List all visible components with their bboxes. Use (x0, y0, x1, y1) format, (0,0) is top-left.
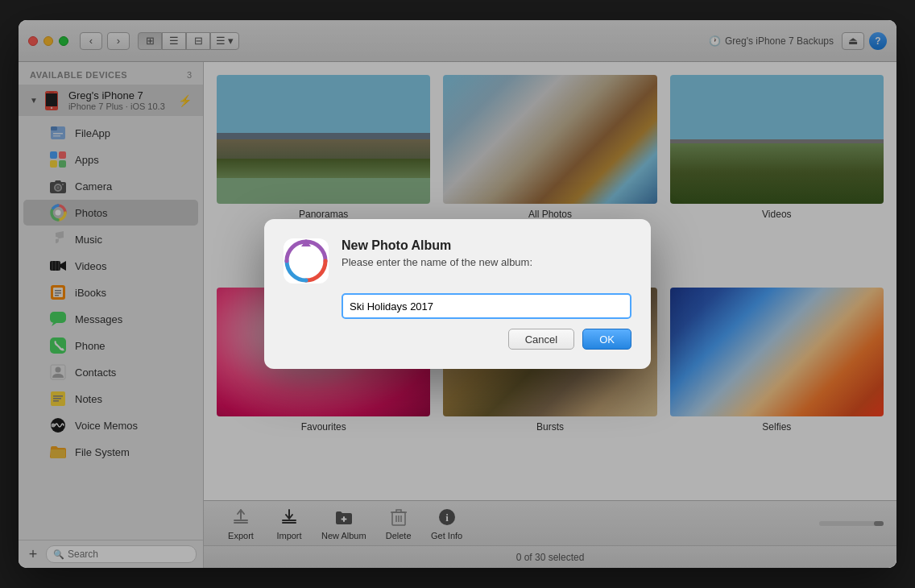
modal-text: New Photo Album Please enter the name of… (342, 238, 631, 268)
modal-input-container (342, 293, 631, 319)
main-window: ‹ › ⊞ ☰ ⊟ ☰ ▾ 🕐 Greg's iPhone 7 Backups … (19, 20, 896, 568)
new-album-modal: New Photo Album Please enter the name of… (264, 219, 651, 369)
modal-subtitle: Please enter the name of the new album: (342, 256, 631, 268)
album-name-input[interactable] (342, 293, 631, 319)
ok-button[interactable]: OK (582, 329, 631, 350)
modal-overlay: New Photo Album Please enter the name of… (19, 20, 896, 568)
modal-buttons: Cancel OK (342, 329, 631, 350)
modal-header: New Photo Album Please enter the name of… (284, 238, 631, 284)
modal-title: New Photo Album (342, 238, 631, 253)
cancel-button[interactable]: Cancel (508, 329, 574, 350)
modal-icon (284, 238, 329, 284)
